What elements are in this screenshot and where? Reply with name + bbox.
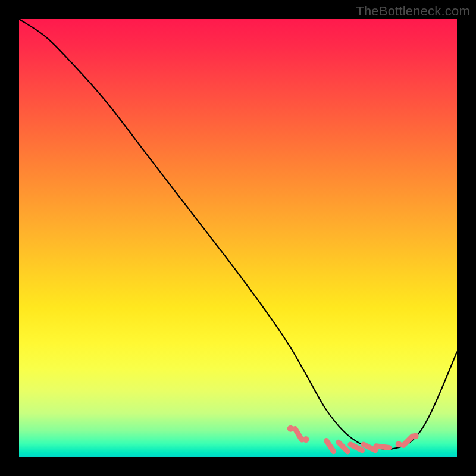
marker-dot: [412, 433, 419, 439]
watermark-text: TheBottleneck.com: [356, 4, 470, 19]
marker-dash: [403, 436, 413, 446]
chart-frame: TheBottleneck.com: [0, 0, 476, 476]
marker-dash: [376, 446, 389, 448]
marker-dash: [295, 428, 302, 440]
curve-line: [19, 19, 457, 449]
plot-background: [19, 19, 457, 457]
marker-dash: [327, 440, 334, 451]
chart-svg: [19, 19, 457, 457]
marker-dash: [339, 442, 348, 452]
marker-dot: [303, 436, 309, 443]
marker-dash: [364, 444, 375, 450]
marker-dash: [350, 444, 362, 450]
